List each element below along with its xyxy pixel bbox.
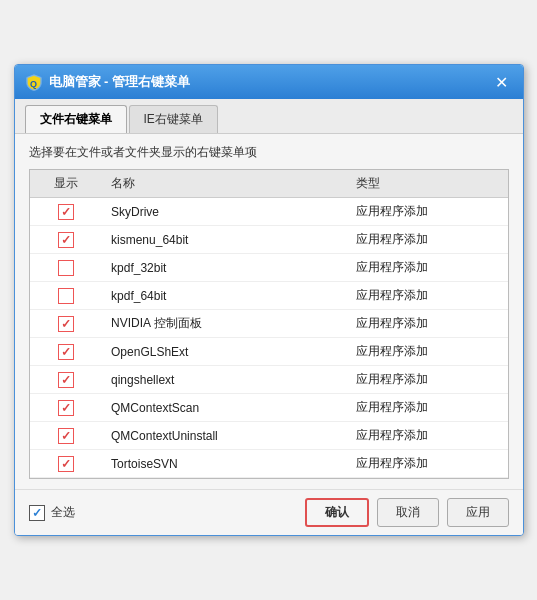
row-name: QMContextScan bbox=[103, 394, 348, 422]
table-header-row: 显示 名称 类型 bbox=[30, 170, 508, 198]
title-left: Q 电脑管家 - 管理右键菜单 bbox=[25, 73, 191, 91]
select-all-checkbox[interactable] bbox=[29, 505, 45, 521]
row-checkbox-cell[interactable] bbox=[30, 450, 104, 478]
row-checkbox-cell[interactable] bbox=[30, 366, 104, 394]
row-type: 应用程序添加 bbox=[348, 310, 507, 338]
confirm-button[interactable]: 确认 bbox=[305, 498, 369, 527]
main-window: Q 电脑管家 - 管理右键菜单 ✕ 文件右键菜单 IE右键菜单 选择要在文件或者… bbox=[14, 64, 524, 536]
apply-button[interactable]: 应用 bbox=[447, 498, 509, 527]
table-row: QMContextScan应用程序添加 bbox=[30, 394, 508, 422]
table-row: kismenu_64bit应用程序添加 bbox=[30, 226, 508, 254]
row-checkbox[interactable] bbox=[58, 400, 74, 416]
row-type: 应用程序添加 bbox=[348, 338, 507, 366]
description-text: 选择要在文件或者文件夹显示的右键菜单项 bbox=[29, 144, 509, 161]
row-checkbox[interactable] bbox=[58, 428, 74, 444]
row-checkbox-cell[interactable] bbox=[30, 310, 104, 338]
row-checkbox-cell[interactable] bbox=[30, 394, 104, 422]
row-checkbox[interactable] bbox=[58, 232, 74, 248]
header-show: 显示 bbox=[30, 170, 104, 198]
row-checkbox-cell[interactable] bbox=[30, 282, 104, 310]
context-menu-table: 显示 名称 类型 SkyDrive应用程序添加kismenu_64bit应用程序… bbox=[30, 170, 508, 478]
table-row: kpdf_64bit应用程序添加 bbox=[30, 282, 508, 310]
row-name: SkyDrive bbox=[103, 198, 348, 226]
row-name: kismenu_64bit bbox=[103, 226, 348, 254]
row-checkbox-cell[interactable] bbox=[30, 338, 104, 366]
row-checkbox[interactable] bbox=[58, 316, 74, 332]
row-name: qingshellext bbox=[103, 366, 348, 394]
row-checkbox[interactable] bbox=[58, 456, 74, 472]
row-name: kpdf_64bit bbox=[103, 282, 348, 310]
row-type: 应用程序添加 bbox=[348, 282, 507, 310]
window-title: 电脑管家 - 管理右键菜单 bbox=[49, 73, 191, 91]
tab-file[interactable]: 文件右键菜单 bbox=[25, 105, 127, 133]
select-all-checkbox-container[interactable] bbox=[29, 505, 45, 521]
table-row: TortoiseSVN应用程序添加 bbox=[30, 450, 508, 478]
footer: 全选 确认 取消 应用 bbox=[15, 489, 523, 535]
table-row: kpdf_32bit应用程序添加 bbox=[30, 254, 508, 282]
content-area: 选择要在文件或者文件夹显示的右键菜单项 显示 名称 类型 SkyDrive应用程… bbox=[15, 134, 523, 489]
row-name: kpdf_32bit bbox=[103, 254, 348, 282]
footer-left: 全选 bbox=[29, 504, 75, 521]
row-checkbox-cell[interactable] bbox=[30, 226, 104, 254]
row-checkbox-cell[interactable] bbox=[30, 254, 104, 282]
close-button[interactable]: ✕ bbox=[491, 71, 513, 93]
shield-icon: Q bbox=[25, 73, 43, 91]
row-type: 应用程序添加 bbox=[348, 226, 507, 254]
row-checkbox[interactable] bbox=[58, 204, 74, 220]
row-checkbox-cell[interactable] bbox=[30, 422, 104, 450]
cancel-button[interactable]: 取消 bbox=[377, 498, 439, 527]
row-checkbox[interactable] bbox=[58, 344, 74, 360]
row-name: QMContextUninstall bbox=[103, 422, 348, 450]
row-type: 应用程序添加 bbox=[348, 422, 507, 450]
footer-buttons: 确认 取消 应用 bbox=[305, 498, 509, 527]
row-type: 应用程序添加 bbox=[348, 450, 507, 478]
tab-ie[interactable]: IE右键菜单 bbox=[129, 105, 218, 133]
header-type: 类型 bbox=[348, 170, 507, 198]
select-all-label: 全选 bbox=[51, 504, 75, 521]
header-name: 名称 bbox=[103, 170, 348, 198]
tab-bar: 文件右键菜单 IE右键菜单 bbox=[15, 99, 523, 134]
row-type: 应用程序添加 bbox=[348, 254, 507, 282]
row-checkbox-cell[interactable] bbox=[30, 198, 104, 226]
row-checkbox[interactable] bbox=[58, 260, 74, 276]
row-name: OpenGLShExt bbox=[103, 338, 348, 366]
table-row: qingshellext应用程序添加 bbox=[30, 366, 508, 394]
row-type: 应用程序添加 bbox=[348, 394, 507, 422]
row-type: 应用程序添加 bbox=[348, 198, 507, 226]
row-name: NVIDIA 控制面板 bbox=[103, 310, 348, 338]
title-bar: Q 电脑管家 - 管理右键菜单 ✕ bbox=[15, 65, 523, 99]
table-row: OpenGLShExt应用程序添加 bbox=[30, 338, 508, 366]
table-container[interactable]: 显示 名称 类型 SkyDrive应用程序添加kismenu_64bit应用程序… bbox=[29, 169, 509, 479]
row-type: 应用程序添加 bbox=[348, 366, 507, 394]
row-name: TortoiseSVN bbox=[103, 450, 348, 478]
table-row: SkyDrive应用程序添加 bbox=[30, 198, 508, 226]
row-checkbox[interactable] bbox=[58, 288, 74, 304]
table-row: QMContextUninstall应用程序添加 bbox=[30, 422, 508, 450]
row-checkbox[interactable] bbox=[58, 372, 74, 388]
svg-text:Q: Q bbox=[29, 79, 36, 89]
table-row: NVIDIA 控制面板应用程序添加 bbox=[30, 310, 508, 338]
table-container-wrapper: 显示 名称 类型 SkyDrive应用程序添加kismenu_64bit应用程序… bbox=[29, 169, 509, 479]
